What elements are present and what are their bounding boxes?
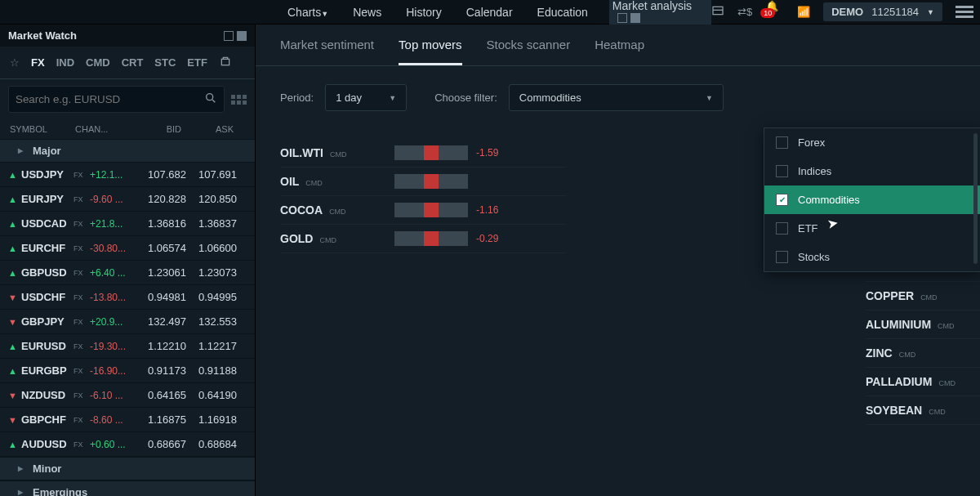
mover-row[interactable]: OILCMD (280, 168, 566, 196)
instrument-name: OIL.WTI (280, 146, 323, 159)
ask: 0.91188 (186, 364, 237, 377)
group-minor[interactable]: Minor (0, 457, 255, 480)
filter-option-commodities[interactable]: ✔Commodities (764, 185, 980, 214)
ask: 120.850 (186, 193, 237, 205)
menu-news[interactable]: News (350, 1, 385, 24)
hamburger-menu[interactable] (956, 3, 973, 20)
tab-market-sentiment[interactable]: Market sentiment (280, 38, 374, 65)
bid: 1.16875 (136, 413, 186, 426)
bid: 107.682 (136, 168, 186, 181)
menu-history[interactable]: History (403, 1, 445, 24)
menu-calendar[interactable]: Calendar (463, 1, 516, 24)
watchlist-row[interactable]: ▲USDCADFX+21.8...1.368161.36837 (0, 212, 255, 236)
symbol: GBPCHF (21, 413, 74, 426)
market-watch-title: Market Watch (8, 29, 77, 42)
watchlist-row[interactable]: ▼USDCHFFX-13.80...0.949810.94995 (0, 285, 255, 310)
direction-icon: ▼ (8, 391, 21, 400)
watchlist-row[interactable]: ▼GBPJPYFX+20.9...132.497132.553 (0, 310, 255, 334)
search-icon[interactable] (204, 92, 217, 107)
filter-option-stocks[interactable]: Stocks (764, 243, 980, 271)
watchlist-row[interactable]: ▲EURGBPFX-16.90...0.911730.91188 (0, 359, 255, 383)
mover-row[interactable]: ALUMINIUMCMD0.44%ⓘ＋♞☆ (866, 311, 980, 339)
tab-fx[interactable]: FX (31, 56, 45, 69)
symbol: USDCAD (21, 217, 74, 230)
asset-tag: FX (74, 171, 90, 179)
account-selector[interactable]: DEMO 11251184 ▼ (823, 2, 942, 21)
menu-education[interactable]: Education (534, 1, 591, 24)
menu-charts[interactable]: Charts▼ (284, 1, 332, 24)
tab-etf[interactable]: ETF (187, 56, 207, 69)
wifi-icon[interactable]: 📶 (797, 6, 810, 18)
mover-row[interactable]: COPPERCMD1.09%ⓘ＋♞☆ (866, 282, 980, 311)
col-bid: BID (129, 124, 181, 134)
period-label: Period: (280, 92, 314, 104)
watchlist-row[interactable]: ▼GBPCHFFX-8.60 ...1.168751.16918 (0, 408, 255, 432)
watchlist-row[interactable]: ▲AUDUSDFX+0.60 ...0.686670.68684 (0, 432, 255, 457)
tab-heatmap[interactable]: Heatmap (595, 38, 644, 65)
direction-icon: ▲ (8, 194, 21, 204)
col-change: CHAN... (75, 124, 129, 134)
market-watch-header: Market Watch (0, 25, 255, 47)
symbol-search[interactable] (8, 86, 225, 113)
watchlist-row[interactable]: ▲USDJPYFX+12.1...107.682107.691 (0, 163, 255, 187)
change: +21.8... (90, 218, 136, 230)
tab-stc[interactable]: STC (154, 56, 176, 69)
period-value: 1 day (336, 92, 362, 104)
instrument-tag: CMD (305, 179, 323, 187)
tab-cmd[interactable]: CMD (86, 56, 110, 69)
asset-tag: FX (74, 416, 90, 424)
ask: 1.36837 (186, 217, 237, 230)
direction-icon: ▼ (8, 293, 21, 302)
bid: 0.94981 (136, 291, 186, 303)
mw-window-controls[interactable] (224, 31, 247, 41)
market-watch-panel: Market Watch ☆ FX IND CMD CRT STC ETF SY… (0, 25, 256, 496)
notifications-icon[interactable]: 🔔10 (765, 0, 784, 25)
ask: 1.23073 (186, 266, 237, 279)
mover-row[interactable]: SOYBEANCMD0.32%ⓘ＋♞☆ (866, 396, 980, 425)
filter-option-indices[interactable]: Indices (764, 157, 980, 185)
tab-top-movers[interactable]: Top movers (399, 38, 462, 65)
strength-bars (394, 174, 468, 189)
mover-row[interactable]: ZINCCMD0.44%ⓘ＋♞☆ (866, 339, 980, 368)
instrument-tag: CMD (329, 208, 346, 216)
symbol: USDCHF (21, 291, 74, 303)
mover-row[interactable]: PALLADIUMCMD0.34%ⓘ＋♞☆ (866, 368, 980, 396)
group-major[interactable]: Major (0, 139, 255, 163)
asset-tag: FX (74, 269, 90, 277)
transfer-icon[interactable]: ⇄$ (737, 6, 752, 18)
col-symbol: SYMBOL (10, 124, 75, 134)
panel-window-controls[interactable] (617, 13, 640, 23)
filter-option-etf[interactable]: ETF (764, 214, 980, 243)
tab-ind[interactable]: IND (56, 56, 74, 69)
watchlist-row[interactable]: ▲EURJPYFX-9.60 ...120.828120.850 (0, 187, 255, 212)
asset-tag: FX (74, 318, 90, 326)
mover-row[interactable]: GOLDCMD-0.29 (280, 225, 566, 253)
watchlist-row[interactable]: ▼NZDUSDFX-6.10 ...0.641650.64190 (0, 383, 255, 408)
period-select[interactable]: 1 day ▼ (325, 84, 407, 111)
direction-icon: ▲ (8, 244, 21, 253)
change: -6.10 ... (90, 390, 136, 401)
watchlist-row[interactable]: ▲EURCHFFX-30.80...1.065741.06600 (0, 236, 255, 261)
basket-icon[interactable] (219, 55, 232, 70)
view-grid-icon[interactable] (231, 95, 247, 105)
instrument-name: COCOA (280, 203, 323, 217)
search-input[interactable] (16, 93, 204, 105)
star-icon[interactable]: ☆ (10, 56, 20, 69)
watchlist-row[interactable]: ▲EURUSDFX-19.30...1.122101.12217 (0, 334, 255, 359)
instrument-tag: CMD (899, 351, 916, 359)
tab-crt[interactable]: CRT (122, 56, 144, 69)
tab-stocks-scanner[interactable]: Stocks scanner (487, 38, 571, 65)
notification-badge: 10 (760, 8, 775, 18)
mover-row[interactable]: OIL.WTICMD-1.59 (280, 139, 566, 168)
filter-option-forex[interactable]: Forex (764, 128, 980, 157)
filter-select[interactable]: Commodities ▼ (509, 84, 724, 111)
group-emergings[interactable]: Emergings (0, 480, 255, 496)
watchlist-row[interactable]: ▲GBPUSDFX+6.40 ...1.230611.23073 (0, 261, 255, 285)
change: -16.90... (90, 365, 136, 377)
layout-icon[interactable] (711, 4, 724, 20)
dropdown-scrollbar[interactable] (973, 133, 978, 264)
market-analysis-label: Market analysis (612, 0, 692, 12)
watchlist-header: SYMBOL CHAN... BID ASK (0, 119, 255, 139)
mover-row[interactable]: COCOACMD-1.16 (280, 196, 566, 225)
change: -8.60 ... (90, 414, 136, 426)
